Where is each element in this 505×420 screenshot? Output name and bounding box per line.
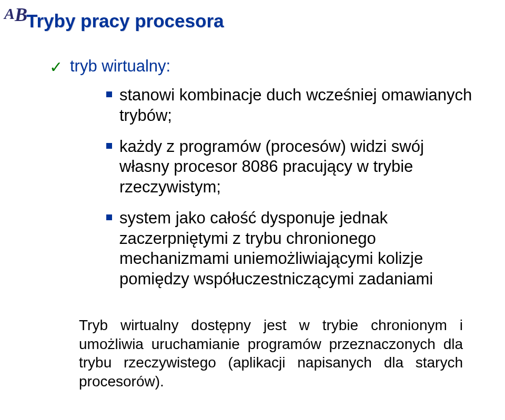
section: ✓ tryb wirtualny: stanowi kombinacje duc… <box>49 57 484 290</box>
logo-letter-a: A <box>4 5 15 22</box>
check-icon: ✓ <box>49 58 63 76</box>
bullet-text: system jako całość dysponuje jednak zacz… <box>119 208 473 290</box>
logo: AB <box>4 5 27 24</box>
bullet-text: stanowi kombinacje duch wcześniej omawia… <box>119 85 473 126</box>
list-item: każdy z programów (procesów) widzi swój … <box>106 137 473 198</box>
square-bullet-icon <box>106 214 112 220</box>
section-heading-row: ✓ tryb wirtualny: <box>49 57 484 76</box>
page-title: Tryby pracy procesora <box>26 11 484 32</box>
square-bullet-icon <box>106 91 112 97</box>
footer-paragraph: Tryb wirtualny dostępny jest w trybie ch… <box>79 316 463 391</box>
logo-letter-b: B <box>15 4 27 25</box>
list-item: stanowi kombinacje duch wcześniej omawia… <box>106 85 473 126</box>
slide-content: Tryby pracy procesora ✓ tryb wirtualny: … <box>26 11 484 391</box>
section-heading: tryb wirtualny: <box>70 57 170 76</box>
bullet-text: każdy z programów (procesów) widzi swój … <box>119 137 473 198</box>
list-item: system jako całość dysponuje jednak zacz… <box>106 208 473 290</box>
square-bullet-icon <box>106 143 112 149</box>
bullet-list: stanowi kombinacje duch wcześniej omawia… <box>106 85 473 290</box>
